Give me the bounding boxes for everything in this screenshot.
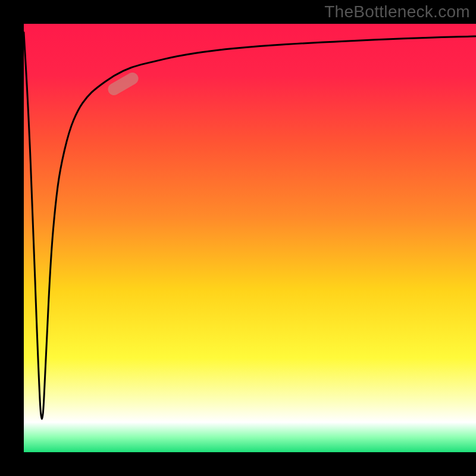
curve-layer bbox=[24, 24, 476, 452]
chart-frame: TheBottleneck.com bbox=[0, 0, 476, 476]
attribution-text: TheBottleneck.com bbox=[324, 2, 470, 21]
bottleneck-curve bbox=[24, 32, 476, 419]
plot-area bbox=[24, 24, 476, 452]
